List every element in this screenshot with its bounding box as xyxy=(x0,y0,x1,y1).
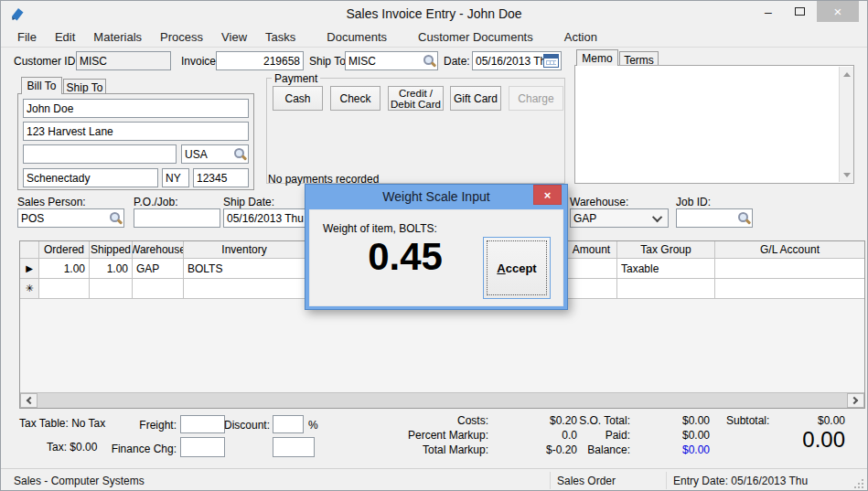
cell-tax-group[interactable]: Taxable xyxy=(617,259,715,279)
paid-label: Paid: xyxy=(568,429,630,442)
ship-to-field[interactable]: MISC xyxy=(345,51,438,70)
finance-chg-label: Finance Chg: xyxy=(103,443,177,455)
row-selector-icon[interactable]: ▶ xyxy=(20,259,39,279)
po-job-field[interactable] xyxy=(134,208,220,228)
status-middle: Sales Order xyxy=(557,475,616,487)
menu-edit[interactable]: Edit xyxy=(46,30,84,44)
status-right: Entry Date: 05/16/2013 Thu xyxy=(673,475,808,487)
col-ordered[interactable]: Ordered xyxy=(39,241,90,259)
resize-grip[interactable] xyxy=(854,479,864,489)
credit-debit-button[interactable]: Credit / Debit Card xyxy=(388,86,444,111)
so-total-label: S.O. Total: xyxy=(568,414,630,427)
cash-button[interactable]: Cash xyxy=(273,86,323,111)
grid-empty-area xyxy=(20,299,864,392)
country-field[interactable]: USA xyxy=(181,144,249,164)
discount-field[interactable] xyxy=(273,415,304,433)
menu-tasks[interactable]: Tasks xyxy=(256,30,305,44)
finance-chg-field[interactable] xyxy=(180,437,225,457)
menu-customer-documents[interactable]: Customer Documents xyxy=(409,30,542,44)
freight-field[interactable] xyxy=(180,415,225,433)
paid-value: $0.00 xyxy=(646,429,710,442)
col-tax-group[interactable]: Tax Group xyxy=(617,241,715,259)
ship-to-label: Ship To: xyxy=(309,55,348,68)
tab-ship-to[interactable]: Ship To xyxy=(63,79,106,94)
discount-label: Discount: xyxy=(224,419,270,432)
city-field[interactable] xyxy=(23,168,158,187)
sales-person-field[interactable]: POS xyxy=(17,208,124,228)
cell-gl-account[interactable] xyxy=(715,259,864,279)
dialog-title: Weight Scale Input xyxy=(305,185,567,209)
job-id-label: Job ID: xyxy=(676,196,711,208)
cell-shipped[interactable]: 1.00 xyxy=(90,259,133,279)
status-bar: Sales - Computer Systems Sales Order Ent… xyxy=(1,468,867,491)
menu-materials[interactable]: Materials xyxy=(84,30,151,44)
memo-textarea[interactable] xyxy=(574,65,854,184)
tab-memo[interactable]: Memo xyxy=(576,49,618,66)
maximize-button[interactable] xyxy=(786,1,813,22)
lookup-icon[interactable] xyxy=(423,54,435,68)
customer-id-label: Customer ID: xyxy=(14,55,79,68)
job-id-field[interactable] xyxy=(676,208,753,228)
tax-table-label: Tax Table: No Tax xyxy=(19,417,105,430)
customer-id-field[interactable] xyxy=(76,51,171,70)
bill-address1-field[interactable] xyxy=(23,122,249,141)
col-amount[interactable]: Amount xyxy=(566,241,617,259)
costs-label: Costs: xyxy=(385,414,488,427)
warehouse-select[interactable]: GAP xyxy=(570,208,669,228)
freight-label: Freight: xyxy=(111,419,177,432)
lookup-icon[interactable] xyxy=(737,211,750,225)
check-button[interactable]: Check xyxy=(330,86,380,111)
menu-documents[interactable]: Documents xyxy=(317,30,396,44)
date-field[interactable]: 05/16/2013 Thu xyxy=(472,51,562,70)
subtotal-value: $0.00 xyxy=(781,414,845,427)
maximize-icon xyxy=(795,7,805,16)
subtotal-label: Subtotal: xyxy=(726,414,769,427)
cell-warehouse[interactable]: GAP xyxy=(133,259,184,279)
invoice-field[interactable] xyxy=(216,51,304,70)
gift-card-button[interactable]: Gift Card xyxy=(450,86,501,111)
so-total-value: $0.00 xyxy=(646,414,710,427)
dialog-close-button[interactable]: × xyxy=(533,185,562,205)
lookup-icon[interactable] xyxy=(109,211,122,225)
bill-name-field[interactable] xyxy=(23,99,249,118)
menu-process[interactable]: Process xyxy=(151,30,212,44)
weight-prompt: Weight of item, BOLTS: xyxy=(323,222,437,235)
scroll-down-icon[interactable] xyxy=(840,167,854,182)
col-shipped[interactable]: Shipped xyxy=(90,241,133,259)
scroll-right-icon[interactable] xyxy=(847,393,864,408)
ship-date-field[interactable] xyxy=(223,208,315,228)
col-inventory[interactable]: Inventory xyxy=(184,241,305,259)
close-button[interactable]: × xyxy=(817,1,859,22)
memo-scrollbar[interactable] xyxy=(839,67,853,182)
bill-address2-field[interactable] xyxy=(23,144,177,164)
calendar-icon[interactable] xyxy=(543,54,559,68)
app-window: Sales Invoice Entry - John Doe – × File … xyxy=(0,0,868,491)
col-warehouse[interactable]: Warehouse xyxy=(133,241,184,259)
grid-horizontal-scrollbar[interactable] xyxy=(20,392,864,408)
balance-label: Balance: xyxy=(568,443,630,456)
accept-button[interactable]: Accept xyxy=(483,237,551,299)
tab-terms[interactable]: Terms xyxy=(619,51,659,66)
minimize-button[interactable]: – xyxy=(755,1,782,22)
discount-amount-field[interactable] xyxy=(273,437,315,457)
ship-date-label: Ship Date: xyxy=(223,196,274,208)
charge-button[interactable]: Charge xyxy=(509,86,563,111)
menu-view[interactable]: View xyxy=(212,30,256,44)
scroll-left-icon[interactable] xyxy=(20,393,38,408)
tab-bill-to[interactable]: Bill To xyxy=(21,77,62,94)
lookup-icon[interactable] xyxy=(233,147,246,161)
cell-ordered[interactable]: 1.00 xyxy=(39,259,90,279)
menu-action[interactable]: Action xyxy=(555,30,606,44)
scroll-up-icon[interactable] xyxy=(840,67,854,81)
cell-amount[interactable] xyxy=(566,259,617,279)
zip-field[interactable] xyxy=(193,168,249,187)
cell-inventory[interactable]: BOLTS xyxy=(184,259,305,279)
percent-sign: % xyxy=(308,419,318,432)
col-gl-account[interactable]: G/L Account xyxy=(715,241,864,259)
new-row-icon[interactable]: ✳ xyxy=(20,279,39,299)
state-field[interactable] xyxy=(162,168,189,187)
status-left: Sales - Computer Systems xyxy=(14,475,145,487)
status-separator xyxy=(666,472,667,489)
menu-file[interactable]: File xyxy=(8,30,46,44)
warehouse-label: Warehouse: xyxy=(570,196,628,208)
